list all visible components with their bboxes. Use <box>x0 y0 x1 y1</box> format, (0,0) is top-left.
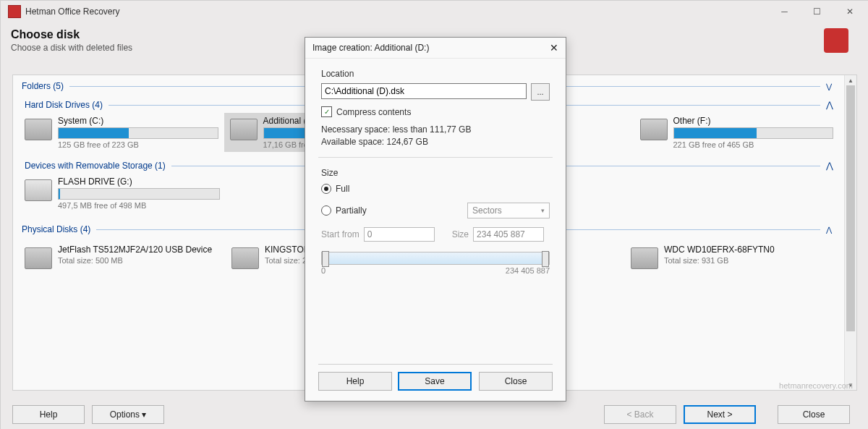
window-title: Hetman Office Recovery <box>25 7 768 17</box>
checkbox-checked-icon: ✓ <box>321 106 332 117</box>
usb-drive-icon <box>25 179 52 201</box>
wizard-footer: Help Options ▾ < Back Next > Close <box>1 399 868 429</box>
drive-other-f[interactable]: Other (F:) 221 GB free of 465 GB <box>634 113 840 152</box>
chevron-up-icon[interactable]: ⋀ <box>826 100 833 110</box>
titlebar: Hetman Office Recovery ─ ☐ ✕ <box>1 1 868 22</box>
slider-handle-right[interactable] <box>542 251 549 267</box>
radio-partially[interactable]: Partially <box>321 205 467 216</box>
hdd-icon <box>25 119 52 140</box>
options-button[interactable]: Options ▾ <box>92 405 164 424</box>
scrollbar[interactable]: ▲ ▼ <box>844 75 856 390</box>
close-button[interactable]: Close <box>778 405 850 424</box>
start-from-input[interactable] <box>364 227 435 242</box>
hdd-icon <box>640 119 668 140</box>
image-creation-dialog: Image creation: Additional (D:) ✕ Locati… <box>305 37 566 402</box>
hdd-icon <box>25 247 52 269</box>
chevron-down-icon: ▾ <box>541 207 545 214</box>
dialog-help-button[interactable]: Help <box>318 372 392 391</box>
drive-flash-g[interactable]: FLASH DRIVE (G:) 497,5 MB free of 498 MB <box>19 174 226 213</box>
compress-checkbox[interactable]: ✓ Compress contents <box>321 106 550 117</box>
browse-button[interactable]: ... <box>531 83 550 101</box>
radio-full[interactable]: Full <box>321 184 550 194</box>
slider-handle-left[interactable] <box>322 251 329 267</box>
hdd-label: Hard Disk Drives (4) <box>25 100 103 110</box>
next-button[interactable]: Next > <box>684 405 756 424</box>
size-input[interactable] <box>473 227 544 242</box>
physical-disk-wdc[interactable]: WDC WD10EFRX-68FYTN0 Total size: 931 GB <box>625 242 832 272</box>
page-title: Choose disk <box>11 28 132 41</box>
back-button[interactable]: < Back <box>604 405 676 424</box>
sectors-select[interactable]: Sectors ▾ <box>467 203 550 218</box>
dialog-title: Image creation: Additional (D:) <box>312 43 550 53</box>
folders-label: Folders (5) <box>22 81 64 91</box>
dialog-close-icon[interactable]: ✕ <box>550 42 558 54</box>
minimize-button[interactable]: ─ <box>768 1 801 22</box>
maximize-button[interactable]: ☐ <box>801 1 833 22</box>
necessary-space: Necessary space: less than 111,77 GB <box>321 124 550 135</box>
chevron-down-icon[interactable]: ⋁ <box>826 82 832 90</box>
location-label: Location <box>321 69 550 79</box>
hdd-icon <box>230 119 258 140</box>
range-slider[interactable] <box>321 252 550 265</box>
help-button[interactable]: Help <box>12 405 85 424</box>
drive-system-c[interactable]: System (C:) 125 GB free of 223 GB <box>19 113 224 152</box>
scroll-thumb[interactable] <box>846 85 855 331</box>
path-input[interactable] <box>321 83 527 99</box>
app-icon <box>8 5 21 18</box>
physical-disk-jetflash[interactable]: JetFlash TS512MJF2A/120 USB Device Total… <box>19 242 226 272</box>
chevron-up-icon[interactable]: ⋀ <box>826 161 833 171</box>
save-button[interactable]: Save <box>398 372 472 391</box>
dialog-close-button[interactable]: Close <box>479 372 553 391</box>
hdd-icon <box>631 247 658 269</box>
page-subtitle: Choose a disk with deleted files <box>11 43 132 53</box>
removable-label: Devices with Removable Storage (1) <box>25 161 166 171</box>
size-label: Size <box>321 168 550 178</box>
hdd-icon <box>231 247 259 269</box>
close-window-button[interactable]: ✕ <box>833 1 866 22</box>
physical-label: Physical Disks (4) <box>22 224 90 234</box>
radio-selected-icon <box>324 187 328 191</box>
product-logo-icon <box>824 28 848 53</box>
chevron-up-icon[interactable]: ⋀ <box>826 226 832 234</box>
scroll-up-icon[interactable]: ▲ <box>845 75 856 85</box>
available-space: Available space: 124,67 GB <box>321 137 550 147</box>
brand-link[interactable]: hetmanrecovery.com <box>779 381 853 390</box>
